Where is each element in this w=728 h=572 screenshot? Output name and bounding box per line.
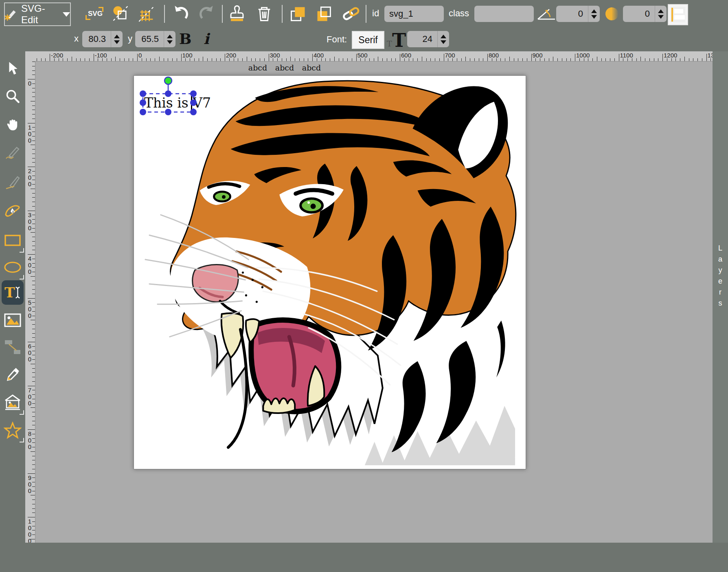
ruler-tick xyxy=(654,58,654,61)
font-size-input[interactable] xyxy=(407,31,437,47)
svg-source-button[interactable]: SVG xyxy=(85,4,104,24)
ruler-tick xyxy=(264,58,265,61)
connector-tool-button[interactable] xyxy=(3,337,22,357)
ruler-tick xyxy=(299,58,300,61)
ruler-tick xyxy=(426,58,427,61)
pencil-tool-button[interactable] xyxy=(3,143,22,163)
ruler-label: 1200 xyxy=(664,52,677,59)
chevron-down-icon xyxy=(63,12,70,17)
ruler-label: 600 xyxy=(26,343,33,363)
ruler-tick xyxy=(684,57,685,61)
ruler-tick xyxy=(32,62,35,62)
ruler-tick xyxy=(28,429,35,430)
class-input[interactable] xyxy=(474,6,534,22)
ruler-tick xyxy=(32,294,35,294)
selected-text-element[interactable]: This is V7 xyxy=(144,95,211,111)
ruler-tick xyxy=(553,57,553,61)
ruler-tick xyxy=(636,58,637,61)
ruler-tick xyxy=(111,58,112,61)
svg-canvas[interactable]: This is V7 xyxy=(134,75,526,469)
rotation-angle-tool xyxy=(537,4,556,24)
redo-button[interactable] xyxy=(197,4,217,24)
ruler-tick xyxy=(627,58,628,61)
ruler-tick xyxy=(658,58,658,61)
text-tool-button[interactable]: T xyxy=(2,280,24,305)
ruler-tick xyxy=(544,58,545,61)
ruler-tick xyxy=(32,289,35,290)
layers-panel-tab[interactable]: Layers xyxy=(713,51,728,543)
shape-library-button[interactable] xyxy=(3,393,22,412)
path-tool-button[interactable] xyxy=(3,201,22,221)
ruler-tick xyxy=(54,58,55,61)
ruler-label: 0 xyxy=(138,52,142,59)
zoom-tool-button[interactable] xyxy=(3,86,22,106)
ruler-tick xyxy=(247,57,247,61)
ruler-tick xyxy=(98,58,98,61)
select-arrow-icon xyxy=(6,62,20,75)
move-to-top-button[interactable] xyxy=(288,4,308,24)
ruler-tick xyxy=(540,58,540,61)
app-title: SVG-Edit xyxy=(21,3,59,26)
ruler-label: 100 xyxy=(182,52,193,59)
angle-input[interactable] xyxy=(556,6,588,22)
ruler-tick xyxy=(308,58,308,61)
tiger-artwork[interactable] xyxy=(134,76,525,468)
ruler-tick xyxy=(28,211,35,211)
line-tool-button[interactable] xyxy=(3,173,22,192)
clone-button[interactable] xyxy=(227,4,247,24)
bold-button[interactable]: B xyxy=(179,30,191,47)
ruler-tick xyxy=(557,58,558,61)
rect-tool-button[interactable] xyxy=(3,231,22,250)
make-link-button[interactable] xyxy=(341,4,361,24)
ruler-tick xyxy=(395,58,396,61)
x-input[interactable] xyxy=(82,31,111,47)
italic-button[interactable]: i xyxy=(204,30,209,47)
y-input[interactable] xyxy=(135,31,164,47)
ruler-tick xyxy=(142,58,142,61)
ruler-tick xyxy=(514,58,514,61)
x-spinner[interactable] xyxy=(111,31,123,47)
ruler-label: 600 xyxy=(401,52,411,59)
ruler-tick xyxy=(32,110,35,110)
align-button[interactable] xyxy=(668,4,688,25)
pan-tool-button[interactable] xyxy=(3,114,22,134)
main-menu-button[interactable]: SVG-Edit xyxy=(4,2,71,26)
select-tool-button[interactable] xyxy=(3,59,22,78)
eyedropper-tool-button[interactable] xyxy=(3,365,22,385)
ruler-tick xyxy=(32,377,35,377)
ruler-tick xyxy=(255,58,256,61)
font-family-button[interactable]: Serif xyxy=(352,31,384,49)
image-tool-button[interactable] xyxy=(3,310,22,330)
ruler-tick xyxy=(80,58,81,61)
ruler-tick xyxy=(452,58,453,61)
blur-input[interactable] xyxy=(623,6,655,22)
move-to-bottom-button[interactable] xyxy=(314,4,334,24)
ruler-tick xyxy=(702,58,702,61)
ruler-tick xyxy=(566,58,567,61)
ruler-label: 800 xyxy=(26,431,33,450)
delete-button[interactable] xyxy=(254,4,274,24)
font-size-spinner[interactable] xyxy=(437,31,449,47)
ruler-tick xyxy=(465,57,466,61)
star-tool-button[interactable] xyxy=(3,420,22,440)
bottom-toolbar: — xyxy=(0,543,728,572)
id-input[interactable] xyxy=(384,6,444,22)
blur-spinner[interactable] xyxy=(655,6,667,22)
ruler-label: 800 xyxy=(489,52,499,59)
ruler-tick xyxy=(404,58,405,61)
ruler-tick xyxy=(360,58,361,61)
undo-button[interactable] xyxy=(171,4,191,24)
rect-icon xyxy=(4,234,21,246)
y-spinner[interactable] xyxy=(164,31,175,47)
ruler-tick xyxy=(129,58,129,61)
ruler-tick xyxy=(32,499,35,500)
ellipse-tool-button[interactable] xyxy=(3,257,22,277)
ruler-tick xyxy=(710,58,711,61)
angle-spinner[interactable] xyxy=(588,6,600,22)
ruler-tick xyxy=(601,58,602,61)
ruler-tick xyxy=(387,58,387,61)
ruler-tick xyxy=(32,149,35,150)
ruler-tick xyxy=(527,58,527,61)
editor-preferences-button[interactable] xyxy=(137,4,156,24)
document-properties-button[interactable] xyxy=(111,4,130,24)
